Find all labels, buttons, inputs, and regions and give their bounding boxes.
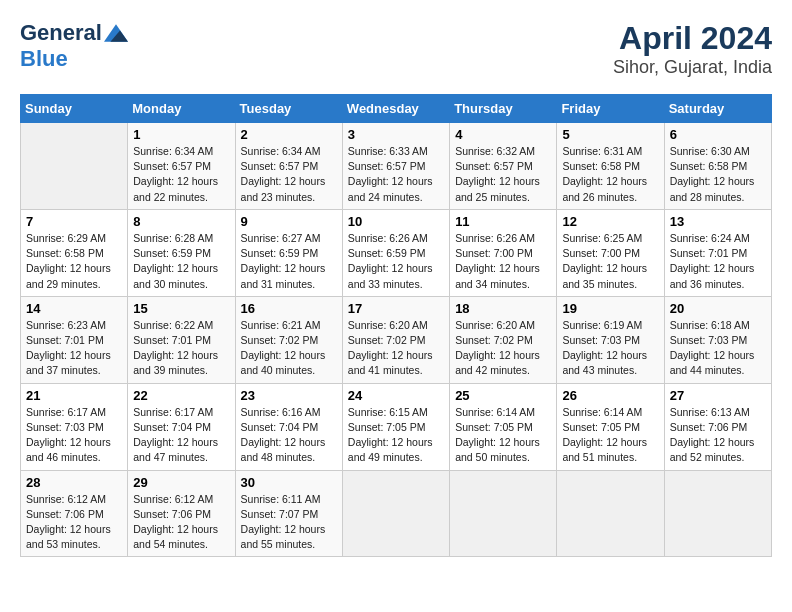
calendar-cell: 20Sunrise: 6:18 AM Sunset: 7:03 PM Dayli… xyxy=(664,296,771,383)
day-number: 19 xyxy=(562,301,658,316)
day-info: Sunrise: 6:29 AM Sunset: 6:58 PM Dayligh… xyxy=(26,231,122,292)
calendar-header: Sunday Monday Tuesday Wednesday Thursday… xyxy=(21,95,772,123)
day-number: 25 xyxy=(455,388,551,403)
calendar-cell: 28Sunrise: 6:12 AM Sunset: 7:06 PM Dayli… xyxy=(21,470,128,557)
calendar-cell: 19Sunrise: 6:19 AM Sunset: 7:03 PM Dayli… xyxy=(557,296,664,383)
day-info: Sunrise: 6:21 AM Sunset: 7:02 PM Dayligh… xyxy=(241,318,337,379)
day-info: Sunrise: 6:18 AM Sunset: 7:03 PM Dayligh… xyxy=(670,318,766,379)
calendar-cell: 6Sunrise: 6:30 AM Sunset: 6:58 PM Daylig… xyxy=(664,123,771,210)
day-number: 13 xyxy=(670,214,766,229)
day-number: 12 xyxy=(562,214,658,229)
calendar-cell xyxy=(21,123,128,210)
day-number: 26 xyxy=(562,388,658,403)
day-number: 24 xyxy=(348,388,444,403)
page-subtitle: Sihor, Gujarat, India xyxy=(613,57,772,78)
calendar-cell: 3Sunrise: 6:33 AM Sunset: 6:57 PM Daylig… xyxy=(342,123,449,210)
calendar-cell xyxy=(450,470,557,557)
calendar-cell: 29Sunrise: 6:12 AM Sunset: 7:06 PM Dayli… xyxy=(128,470,235,557)
page-title: April 2024 xyxy=(613,20,772,57)
day-info: Sunrise: 6:12 AM Sunset: 7:06 PM Dayligh… xyxy=(26,492,122,553)
day-info: Sunrise: 6:12 AM Sunset: 7:06 PM Dayligh… xyxy=(133,492,229,553)
th-wednesday: Wednesday xyxy=(342,95,449,123)
day-info: Sunrise: 6:16 AM Sunset: 7:04 PM Dayligh… xyxy=(241,405,337,466)
calendar-cell xyxy=(342,470,449,557)
calendar-cell: 24Sunrise: 6:15 AM Sunset: 7:05 PM Dayli… xyxy=(342,383,449,470)
day-number: 4 xyxy=(455,127,551,142)
day-info: Sunrise: 6:15 AM Sunset: 7:05 PM Dayligh… xyxy=(348,405,444,466)
day-info: Sunrise: 6:27 AM Sunset: 6:59 PM Dayligh… xyxy=(241,231,337,292)
day-number: 16 xyxy=(241,301,337,316)
day-info: Sunrise: 6:17 AM Sunset: 7:03 PM Dayligh… xyxy=(26,405,122,466)
calendar-cell: 30Sunrise: 6:11 AM Sunset: 7:07 PM Dayli… xyxy=(235,470,342,557)
day-number: 1 xyxy=(133,127,229,142)
calendar-cell: 13Sunrise: 6:24 AM Sunset: 7:01 PM Dayli… xyxy=(664,209,771,296)
day-number: 5 xyxy=(562,127,658,142)
day-info: Sunrise: 6:34 AM Sunset: 6:57 PM Dayligh… xyxy=(241,144,337,205)
day-number: 27 xyxy=(670,388,766,403)
logo: General Blue xyxy=(20,20,128,72)
th-sunday: Sunday xyxy=(21,95,128,123)
calendar-cell: 10Sunrise: 6:26 AM Sunset: 6:59 PM Dayli… xyxy=(342,209,449,296)
day-number: 28 xyxy=(26,475,122,490)
day-number: 22 xyxy=(133,388,229,403)
calendar-cell: 26Sunrise: 6:14 AM Sunset: 7:05 PM Dayli… xyxy=(557,383,664,470)
calendar-cell: 15Sunrise: 6:22 AM Sunset: 7:01 PM Dayli… xyxy=(128,296,235,383)
day-number: 17 xyxy=(348,301,444,316)
calendar-cell: 27Sunrise: 6:13 AM Sunset: 7:06 PM Dayli… xyxy=(664,383,771,470)
calendar-week-1: 1Sunrise: 6:34 AM Sunset: 6:57 PM Daylig… xyxy=(21,123,772,210)
day-info: Sunrise: 6:22 AM Sunset: 7:01 PM Dayligh… xyxy=(133,318,229,379)
day-number: 18 xyxy=(455,301,551,316)
day-info: Sunrise: 6:34 AM Sunset: 6:57 PM Dayligh… xyxy=(133,144,229,205)
day-info: Sunrise: 6:17 AM Sunset: 7:04 PM Dayligh… xyxy=(133,405,229,466)
day-info: Sunrise: 6:20 AM Sunset: 7:02 PM Dayligh… xyxy=(455,318,551,379)
day-number: 20 xyxy=(670,301,766,316)
calendar-week-4: 21Sunrise: 6:17 AM Sunset: 7:03 PM Dayli… xyxy=(21,383,772,470)
day-info: Sunrise: 6:13 AM Sunset: 7:06 PM Dayligh… xyxy=(670,405,766,466)
calendar-cell: 25Sunrise: 6:14 AM Sunset: 7:05 PM Dayli… xyxy=(450,383,557,470)
th-monday: Monday xyxy=(128,95,235,123)
calendar-cell: 18Sunrise: 6:20 AM Sunset: 7:02 PM Dayli… xyxy=(450,296,557,383)
calendar-cell: 12Sunrise: 6:25 AM Sunset: 7:00 PM Dayli… xyxy=(557,209,664,296)
day-number: 21 xyxy=(26,388,122,403)
logo-blue-text: Blue xyxy=(20,46,68,72)
title-block: April 2024 Sihor, Gujarat, India xyxy=(613,20,772,78)
calendar-week-5: 28Sunrise: 6:12 AM Sunset: 7:06 PM Dayli… xyxy=(21,470,772,557)
day-info: Sunrise: 6:19 AM Sunset: 7:03 PM Dayligh… xyxy=(562,318,658,379)
calendar-body: 1Sunrise: 6:34 AM Sunset: 6:57 PM Daylig… xyxy=(21,123,772,557)
day-info: Sunrise: 6:23 AM Sunset: 7:01 PM Dayligh… xyxy=(26,318,122,379)
calendar-table: Sunday Monday Tuesday Wednesday Thursday… xyxy=(20,94,772,557)
day-info: Sunrise: 6:24 AM Sunset: 7:01 PM Dayligh… xyxy=(670,231,766,292)
calendar-week-3: 14Sunrise: 6:23 AM Sunset: 7:01 PM Dayli… xyxy=(21,296,772,383)
day-info: Sunrise: 6:31 AM Sunset: 6:58 PM Dayligh… xyxy=(562,144,658,205)
calendar-cell: 4Sunrise: 6:32 AM Sunset: 6:57 PM Daylig… xyxy=(450,123,557,210)
th-friday: Friday xyxy=(557,95,664,123)
day-number: 9 xyxy=(241,214,337,229)
th-thursday: Thursday xyxy=(450,95,557,123)
day-info: Sunrise: 6:28 AM Sunset: 6:59 PM Dayligh… xyxy=(133,231,229,292)
calendar-cell: 14Sunrise: 6:23 AM Sunset: 7:01 PM Dayli… xyxy=(21,296,128,383)
day-info: Sunrise: 6:26 AM Sunset: 7:00 PM Dayligh… xyxy=(455,231,551,292)
day-number: 30 xyxy=(241,475,337,490)
day-number: 11 xyxy=(455,214,551,229)
day-number: 7 xyxy=(26,214,122,229)
day-info: Sunrise: 6:25 AM Sunset: 7:00 PM Dayligh… xyxy=(562,231,658,292)
calendar-cell: 9Sunrise: 6:27 AM Sunset: 6:59 PM Daylig… xyxy=(235,209,342,296)
day-info: Sunrise: 6:20 AM Sunset: 7:02 PM Dayligh… xyxy=(348,318,444,379)
calendar-cell xyxy=(664,470,771,557)
day-info: Sunrise: 6:14 AM Sunset: 7:05 PM Dayligh… xyxy=(455,405,551,466)
calendar-cell: 23Sunrise: 6:16 AM Sunset: 7:04 PM Dayli… xyxy=(235,383,342,470)
calendar-cell: 22Sunrise: 6:17 AM Sunset: 7:04 PM Dayli… xyxy=(128,383,235,470)
calendar-week-2: 7Sunrise: 6:29 AM Sunset: 6:58 PM Daylig… xyxy=(21,209,772,296)
calendar-cell: 5Sunrise: 6:31 AM Sunset: 6:58 PM Daylig… xyxy=(557,123,664,210)
day-info: Sunrise: 6:33 AM Sunset: 6:57 PM Dayligh… xyxy=(348,144,444,205)
day-info: Sunrise: 6:32 AM Sunset: 6:57 PM Dayligh… xyxy=(455,144,551,205)
calendar-cell: 2Sunrise: 6:34 AM Sunset: 6:57 PM Daylig… xyxy=(235,123,342,210)
day-number: 3 xyxy=(348,127,444,142)
day-number: 23 xyxy=(241,388,337,403)
day-number: 29 xyxy=(133,475,229,490)
calendar-cell: 16Sunrise: 6:21 AM Sunset: 7:02 PM Dayli… xyxy=(235,296,342,383)
day-number: 2 xyxy=(241,127,337,142)
day-info: Sunrise: 6:30 AM Sunset: 6:58 PM Dayligh… xyxy=(670,144,766,205)
logo-icon xyxy=(104,24,128,42)
page-header: General Blue April 2024 Sihor, Gujarat, … xyxy=(20,20,772,78)
